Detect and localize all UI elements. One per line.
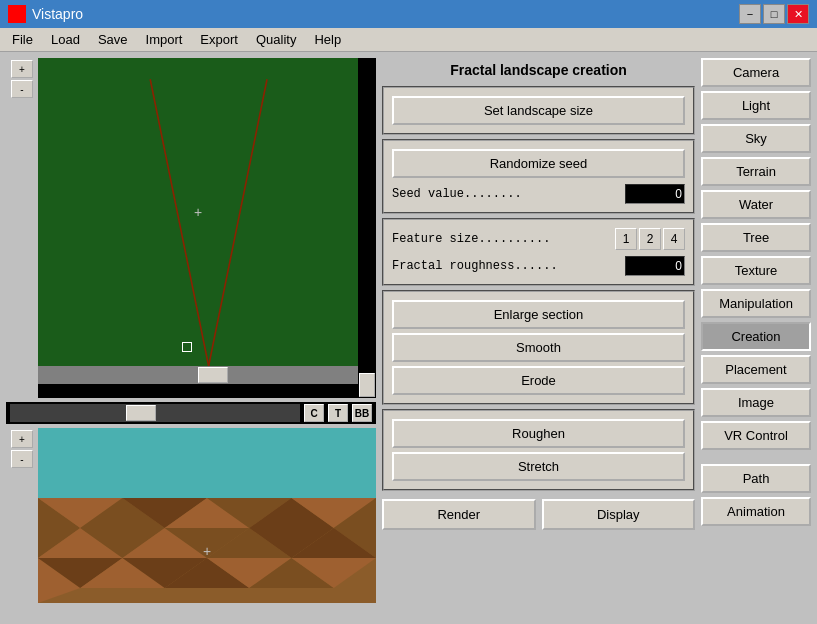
erode-button[interactable]: Erode — [392, 366, 685, 395]
bottom-buttons: Render Display — [382, 499, 695, 530]
bottom-scrollbar-thumb[interactable] — [126, 405, 156, 421]
display-button[interactable]: Display — [542, 499, 696, 530]
preview-ground: + — [38, 498, 376, 603]
manipulation-button[interactable]: Manipulation — [701, 289, 811, 318]
randomize-seed-button[interactable]: Randomize seed — [392, 149, 685, 178]
path-button[interactable]: Path — [701, 464, 811, 493]
zoom-out-button[interactable]: - — [11, 80, 33, 98]
t-button[interactable]: T — [328, 404, 348, 422]
svg-line-0 — [150, 79, 208, 366]
preview-area[interactable]: + — [38, 428, 376, 603]
restore-button[interactable]: □ — [763, 4, 785, 24]
terrain-button[interactable]: Terrain — [701, 157, 811, 186]
feature-row: Feature size.......... 1 2 4 — [392, 228, 685, 250]
action-section: Enlarge section Smooth Erode — [382, 290, 695, 405]
right-panel: Camera Light Sky Terrain Water Tree Text… — [701, 58, 811, 618]
bottom-canvas-controls: + - — [6, 428, 38, 603]
fractal-label: Fractal roughness...... — [392, 259, 621, 273]
menu-file[interactable]: File — [4, 30, 41, 49]
menu-export[interactable]: Export — [192, 30, 246, 49]
enlarge-section-button[interactable]: Enlarge section — [392, 300, 685, 329]
menu-bar: File Load Save Import Export Quality Hel… — [0, 28, 817, 52]
menu-help[interactable]: Help — [306, 30, 349, 49]
water-button[interactable]: Water — [701, 190, 811, 219]
action-section-2: Roughen Stretch — [382, 409, 695, 491]
seed-input[interactable] — [625, 184, 685, 204]
menu-import[interactable]: Import — [138, 30, 191, 49]
c-button[interactable]: C — [304, 404, 324, 422]
zoom-in-button[interactable]: + — [11, 60, 33, 78]
terrain-view: + — [38, 58, 358, 366]
sky-button[interactable]: Sky — [701, 124, 811, 153]
bottom-scrollbar[interactable] — [10, 404, 300, 422]
separator — [701, 454, 811, 460]
menu-quality[interactable]: Quality — [248, 30, 304, 49]
bb-button[interactable]: BB — [352, 404, 372, 422]
texture-button[interactable]: Texture — [701, 256, 811, 285]
feature-section: Feature size.......... 1 2 4 Fractal rou… — [382, 218, 695, 286]
close-button[interactable]: ✕ — [787, 4, 809, 24]
top-canvas: + - + — [6, 58, 376, 398]
roughen-button[interactable]: Roughen — [392, 419, 685, 448]
preview-sky — [38, 428, 376, 498]
title-bar: Vistapro − □ ✕ — [0, 0, 817, 28]
smooth-button[interactable]: Smooth — [392, 333, 685, 362]
creation-button[interactable]: Creation — [701, 322, 811, 351]
minimize-button[interactable]: − — [739, 4, 761, 24]
top-hscrollbar-thumb[interactable] — [198, 367, 228, 383]
left-panel: + - + — [6, 58, 376, 618]
render-button[interactable]: Render — [382, 499, 536, 530]
preview-zoom-out[interactable]: - — [11, 450, 33, 468]
image-button[interactable]: Image — [701, 388, 811, 417]
vr-control-button[interactable]: VR Control — [701, 421, 811, 450]
title-bar-left: Vistapro — [8, 5, 83, 23]
top-canvas-area[interactable]: + — [38, 58, 358, 398]
seed-section: Randomize seed Seed value........ — [382, 139, 695, 214]
feature-size-buttons: 1 2 4 — [615, 228, 685, 250]
top-vscrollbar[interactable] — [358, 58, 376, 398]
menu-save[interactable]: Save — [90, 30, 136, 49]
center-panel: Fractal landscape creation Set landscape… — [382, 58, 695, 618]
top-canvas-controls: + - — [6, 58, 38, 398]
feature-1-button[interactable]: 1 — [615, 228, 637, 250]
feature-label: Feature size.......... — [392, 232, 611, 246]
panel-title: Fractal landscape creation — [382, 58, 695, 82]
feature-2-button[interactable]: 2 — [639, 228, 661, 250]
marker — [182, 342, 192, 352]
placement-button[interactable]: Placement — [701, 355, 811, 384]
set-landscape-size-button[interactable]: Set landscape size — [392, 96, 685, 125]
tree-button[interactable]: Tree — [701, 223, 811, 252]
preview-crosshair: + — [203, 543, 211, 559]
fractal-input[interactable] — [625, 256, 685, 276]
feature-4-button[interactable]: 4 — [663, 228, 685, 250]
fractal-row: Fractal roughness...... — [392, 256, 685, 276]
canvas-bottom-bar: C T BB — [6, 402, 376, 424]
app-icon — [8, 5, 26, 23]
landscape-section: Set landscape size — [382, 86, 695, 135]
animation-button[interactable]: Animation — [701, 497, 811, 526]
main-content: + - + — [0, 52, 817, 624]
top-hscrollbar[interactable] — [38, 366, 358, 384]
window-title: Vistapro — [32, 6, 83, 22]
light-button[interactable]: Light — [701, 91, 811, 120]
seed-label: Seed value........ — [392, 187, 621, 201]
vscrollbar-thumb[interactable] — [359, 373, 375, 397]
stretch-button[interactable]: Stretch — [392, 452, 685, 481]
bottom-canvas: + - — [6, 428, 376, 603]
title-bar-controls: − □ ✕ — [739, 4, 809, 24]
top-crosshair: + — [194, 204, 202, 220]
preview-zoom-in[interactable]: + — [11, 430, 33, 448]
vscrollbar-track — [358, 58, 376, 372]
svg-line-1 — [209, 79, 267, 366]
menu-load[interactable]: Load — [43, 30, 88, 49]
seed-row: Seed value........ — [392, 184, 685, 204]
camera-button[interactable]: Camera — [701, 58, 811, 87]
